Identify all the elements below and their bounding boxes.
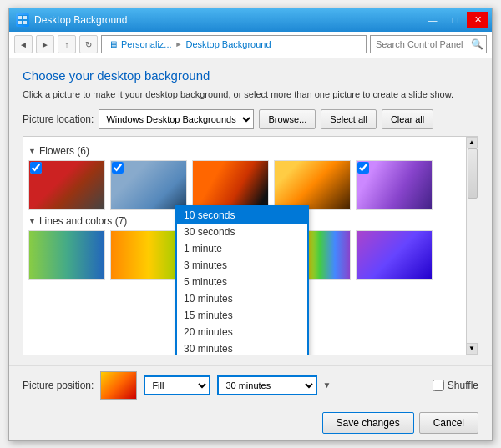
- dropdown-arrow-icon: ▼: [322, 380, 331, 390]
- clear-all-button[interactable]: Clear all: [382, 109, 433, 129]
- thumb-image: [274, 160, 351, 210]
- scroll-down-button[interactable]: ▼: [466, 343, 478, 355]
- select-all-button[interactable]: Select all: [321, 109, 377, 129]
- picture-location-row: Picture location: Windows Desktop Backgr…: [23, 109, 478, 129]
- flowers-arrow: ▼: [28, 147, 36, 155]
- thumb-image: [28, 230, 105, 280]
- browse-button[interactable]: Browse...: [259, 109, 316, 129]
- search-icon: 🔍: [471, 38, 483, 50]
- back-button[interactable]: ◄: [14, 35, 33, 53]
- refresh-button[interactable]: ↻: [79, 35, 98, 53]
- lines-label: Lines and colors (7): [39, 215, 127, 227]
- cancel-button[interactable]: Cancel: [419, 412, 478, 434]
- thumbnails-panel: ▼ Flowers (6): [23, 136, 478, 355]
- thumb-item[interactable]: [356, 230, 433, 280]
- thumb-item[interactable]: [274, 160, 351, 210]
- dropdown-option-8[interactable]: 30 minutes: [177, 340, 307, 355]
- time-dropdown-overlay[interactable]: 10 seconds 30 seconds 1 minute 3 minutes…: [175, 205, 309, 355]
- address-path: 🖥 Personaliz... ► Desktop Background: [101, 35, 367, 53]
- svg-rect-2: [23, 16, 27, 19]
- picture-position-label: Picture position:: [23, 380, 94, 391]
- dropdown-option-7[interactable]: 20 minutes: [177, 324, 307, 340]
- svg-rect-4: [23, 21, 27, 24]
- flowers-group-header: ▼ Flowers (6): [28, 145, 473, 157]
- title-bar-left: Desktop Background: [16, 13, 127, 27]
- page-subtitle: Click a picture to make it your desktop …: [23, 89, 478, 99]
- maximize-button[interactable]: □: [444, 12, 466, 28]
- scroll-up-button[interactable]: ▲: [466, 137, 478, 148]
- dropdown-option-6[interactable]: 15 minutes: [177, 307, 307, 324]
- time-interval-select[interactable]: 30 minutes 10 seconds 30 seconds 1 minut…: [217, 375, 317, 395]
- time-select-row: 30 minutes 10 seconds 30 seconds 1 minut…: [217, 375, 331, 395]
- footer-buttons: Save changes Cancel: [9, 405, 492, 440]
- thumb-item[interactable]: [28, 230, 105, 280]
- page-title: Choose your desktop background: [23, 68, 478, 83]
- save-changes-button[interactable]: Save changes: [322, 412, 414, 434]
- svg-rect-3: [18, 21, 22, 24]
- dropdown-option-2[interactable]: 1 minute: [177, 240, 307, 257]
- shuffle-row: Shuffle: [433, 380, 478, 391]
- dropdown-option-0[interactable]: 10 seconds: [177, 207, 307, 224]
- thumbnails-scroll[interactable]: ▼ Flowers (6): [23, 137, 478, 355]
- thumb-item[interactable]: [110, 160, 187, 210]
- shuffle-label: Shuffle: [448, 380, 478, 391]
- content-area: Choose your desktop background Click a p…: [9, 58, 492, 365]
- minimize-button[interactable]: —: [422, 12, 443, 28]
- window-controls: — □ ✕: [422, 12, 488, 28]
- svg-rect-1: [18, 16, 22, 19]
- thumb-item[interactable]: [192, 160, 269, 210]
- path-part1: Personaliz...: [121, 39, 172, 49]
- window-title: Desktop Background: [34, 14, 127, 26]
- forward-button[interactable]: ►: [36, 35, 54, 53]
- path-part2: Desktop Background: [185, 39, 271, 49]
- picture-location-label: Picture location:: [23, 113, 94, 125]
- thumb-checkbox[interactable]: [112, 162, 124, 174]
- window-icon: [16, 13, 29, 27]
- up-button[interactable]: ↑: [58, 35, 76, 53]
- address-bar: ◄ ► ↑ ↻ 🖥 Personaliz... ► Desktop Backgr…: [9, 32, 492, 58]
- thumb-checkbox[interactable]: [357, 162, 369, 174]
- close-button[interactable]: ✕: [467, 12, 488, 28]
- path-icon: 🖥: [109, 39, 118, 49]
- dropdown-option-4[interactable]: 5 minutes: [177, 274, 307, 290]
- shuffle-checkbox[interactable]: [433, 380, 444, 391]
- bottom-section: Picture position: Fill Fit Stretch Tile …: [9, 365, 492, 405]
- thumb-checkbox[interactable]: [30, 162, 42, 174]
- dropdown-option-3[interactable]: 3 minutes: [177, 257, 307, 274]
- location-select[interactable]: Windows Desktop Backgrounds: [99, 109, 254, 129]
- search-wrapper: 🔍: [370, 35, 487, 53]
- position-select[interactable]: Fill Fit Stretch Tile Center: [144, 375, 210, 395]
- thumb-item[interactable]: [356, 160, 433, 210]
- dropdown-option-5[interactable]: 10 minutes: [177, 290, 307, 307]
- search-input[interactable]: [370, 35, 487, 53]
- flowers-thumbs-row: [28, 160, 473, 210]
- thumb-item[interactable]: [28, 160, 105, 210]
- dropdown-option-1[interactable]: 30 seconds: [177, 224, 307, 240]
- position-preview: [100, 371, 137, 400]
- title-bar: Desktop Background — □ ✕: [9, 8, 492, 32]
- scrollbar-track: ▲ ▼: [466, 137, 478, 355]
- flowers-label: Flowers (6): [39, 145, 89, 157]
- thumb-image: [356, 230, 433, 280]
- scrollbar-thumb[interactable]: [468, 148, 478, 199]
- thumb-image: [192, 160, 269, 210]
- main-window: Desktop Background — □ ✕ ◄ ► ↑ ↻ 🖥 Perso…: [8, 8, 493, 441]
- path-arrow: ►: [175, 40, 183, 48]
- lines-arrow: ▼: [28, 217, 36, 225]
